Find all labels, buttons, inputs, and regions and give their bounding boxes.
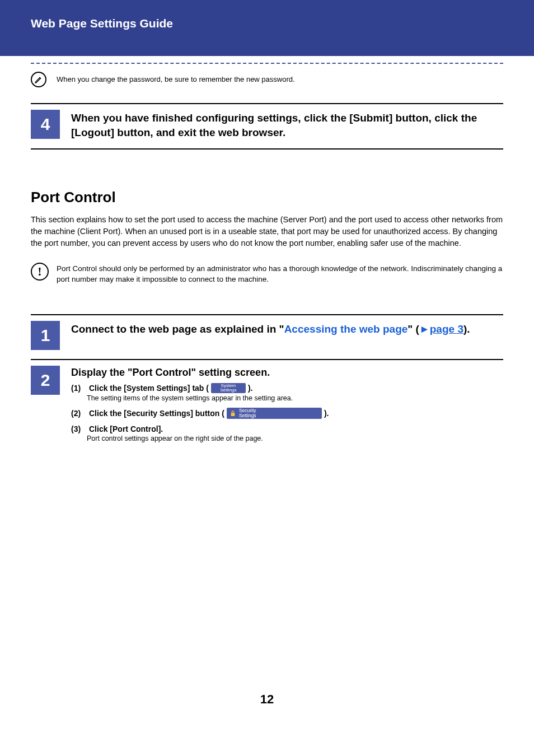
- step-2-row: 2 Display the "Port Control" setting scr…: [31, 360, 503, 457]
- step-number-2: 2: [31, 366, 60, 395]
- pencil-icon: [31, 72, 46, 87]
- item-index: (1): [71, 384, 87, 393]
- step-1-text: Connect to the web page as explained in …: [71, 322, 503, 337]
- step-2-body: Display the "Port Control" setting scree…: [71, 366, 503, 448]
- item-index: (2): [71, 409, 87, 418]
- item-3-text: Click [Port Control].: [89, 424, 163, 433]
- security-settings-button-chip: SecuritySettings: [227, 408, 322, 419]
- step-2-item-2: (2) Click the [Security Settings] button…: [71, 408, 503, 419]
- svg-rect-0: [231, 413, 235, 416]
- item-3-note: Port control settings appear on the righ…: [87, 435, 503, 442]
- item-2-after: ).: [324, 409, 329, 418]
- pencil-note-text: When you change the password, be sure to…: [57, 74, 295, 83]
- step-number-1: 1: [31, 321, 60, 350]
- step-1-prefix: Connect to the web page as explained in …: [71, 323, 284, 335]
- header-band: Web Page Settings Guide: [0, 0, 534, 56]
- item-1-after: ).: [248, 384, 253, 393]
- chip-label: SecuritySettings: [239, 408, 256, 418]
- dashed-separator: [31, 63, 503, 64]
- item-index: (3): [71, 424, 87, 433]
- caution-icon: !: [31, 263, 49, 281]
- chip-label: SystemSettings: [220, 384, 236, 393]
- item-1-before: Click the [System Settings] tab (: [89, 384, 209, 393]
- link-page-3[interactable]: page 3: [430, 323, 463, 335]
- step-1-mid: " (: [407, 323, 419, 335]
- page-title: Web Page Settings Guide: [31, 17, 534, 30]
- item-1-note: The setting items of the system settings…: [87, 394, 503, 402]
- step-4-body: When you have finished configuring setti…: [71, 110, 503, 139]
- step-1-body: Connect to the web page as explained in …: [71, 321, 503, 337]
- content-area: When you change the password, be sure to…: [0, 63, 534, 724]
- step-4-row: 4 When you have finished configuring set…: [31, 104, 503, 148]
- caution-row: ! Port Control should only be performed …: [31, 260, 503, 296]
- item-2-before: Click the [Security Settings] button (: [89, 409, 224, 418]
- caution-text: Port Control should only be performed by…: [57, 263, 503, 285]
- system-settings-tab-chip: SystemSettings: [211, 383, 246, 393]
- step-1-suffix: ).: [463, 323, 470, 335]
- link-accessing-web-page[interactable]: Accessing the web page: [284, 323, 408, 335]
- pencil-note-row: When you change the password, be sure to…: [31, 74, 503, 87]
- rule: [31, 148, 503, 150]
- lock-icon: [230, 410, 236, 417]
- step-4-text: When you have finished configuring setti…: [71, 111, 503, 139]
- page-number: 12: [31, 692, 503, 724]
- step-2-item-1: (1) Click the [System Settings] tab ( Sy…: [71, 383, 503, 393]
- section-paragraph: This section explains how to set the por…: [31, 214, 503, 249]
- section-title: Port Control: [31, 189, 503, 206]
- arrow-icon: ►: [419, 323, 430, 335]
- step-2-heading: Display the "Port Control" setting scree…: [71, 367, 503, 379]
- step-1-row: 1 Connect to the web page as explained i…: [31, 315, 503, 359]
- step-number-4: 4: [31, 110, 60, 139]
- step-2-item-3: (3) Click [Port Control].: [71, 424, 503, 433]
